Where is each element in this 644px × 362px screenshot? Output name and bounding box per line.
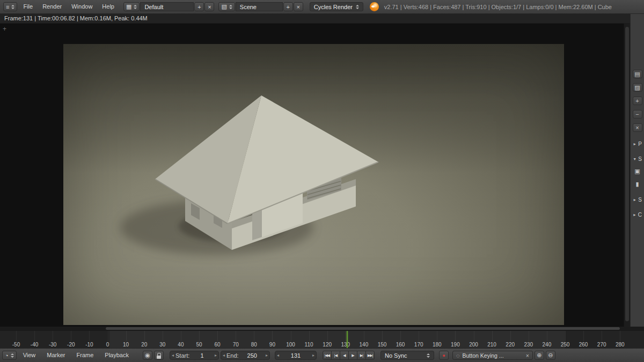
timeline-gridline bbox=[34, 331, 35, 341]
menu-file[interactable]: File bbox=[18, 0, 38, 13]
lock-icon bbox=[156, 352, 162, 359]
timeline-tick-label: -30 bbox=[49, 342, 56, 348]
timeline-gridline bbox=[419, 331, 419, 341]
stats-text: v2.71 | Verts:468 | Faces:487 | Tris:910… bbox=[384, 4, 612, 10]
timeline-gridline bbox=[510, 331, 511, 341]
keying-set-select[interactable]: ◌ Button Keying ... × bbox=[452, 351, 533, 360]
menu-view[interactable]: View bbox=[18, 349, 41, 362]
decrement-arrow-icon[interactable]: ◂ bbox=[223, 353, 225, 358]
jump-to-start-button[interactable]: |◀◀ bbox=[323, 351, 332, 360]
timeline-gridline bbox=[382, 331, 383, 341]
play-button[interactable]: ▶ bbox=[348, 351, 357, 360]
editor-type-button[interactable]: ≡ bbox=[3, 2, 17, 11]
timeline-gridline bbox=[327, 331, 328, 341]
info-editor-icon: ≡ bbox=[6, 4, 9, 10]
auto-keyframe-toggle[interactable]: ● bbox=[439, 351, 449, 360]
menu-window[interactable]: Window bbox=[67, 0, 97, 13]
unlink-icon[interactable]: × bbox=[633, 123, 642, 132]
zoom-in-icon[interactable]: + bbox=[633, 97, 642, 105]
menu-help[interactable]: Help bbox=[97, 0, 119, 13]
timeline-canvas[interactable]: -50-40-30-20-100102030405060708090100110… bbox=[0, 330, 644, 348]
layout-name-field[interactable]: Default bbox=[140, 2, 194, 11]
timeline-tick-label: 130 bbox=[341, 342, 350, 348]
scene-browse-button[interactable]: ▧ bbox=[218, 2, 235, 11]
stepper-arrows-icon bbox=[134, 5, 137, 9]
stepper-arrows-icon bbox=[11, 5, 14, 9]
render-engine-select[interactable]: Cycles Render bbox=[310, 2, 363, 11]
timeline-tick-label: 270 bbox=[597, 342, 606, 348]
playback-controls: |◀◀ |◀ ◀ ▶ ▶| ▶▶| bbox=[323, 351, 375, 360]
timeline-gridline bbox=[602, 331, 602, 341]
timeline-gridline bbox=[53, 331, 53, 341]
delete-keyframe-button[interactable]: ⊖ bbox=[546, 351, 555, 360]
menu-marker[interactable]: Marker bbox=[42, 349, 70, 362]
panel-header-p[interactable]: ►P bbox=[633, 141, 642, 147]
timeline-gridline bbox=[217, 331, 218, 341]
menu-playback[interactable]: Playback bbox=[100, 349, 134, 362]
layout-browse-button[interactable]: ▦ bbox=[123, 2, 140, 11]
timeline-gridline bbox=[437, 331, 437, 341]
decrement-arrow-icon[interactable]: ◂ bbox=[277, 353, 279, 358]
jump-to-end-button[interactable]: ▶▶| bbox=[365, 351, 375, 360]
timeline-tick-label: 40 bbox=[178, 342, 184, 348]
stepper-arrows-icon bbox=[427, 353, 430, 358]
play-reverse-button[interactable]: ◀ bbox=[340, 351, 349, 360]
tool-icon[interactable]: ▨ bbox=[633, 83, 642, 92]
region-corner-icon[interactable]: + bbox=[3, 25, 6, 33]
close-layout-button[interactable]: × bbox=[204, 2, 214, 11]
current-frame-field[interactable]: ◂ 131 ▸ bbox=[275, 351, 317, 360]
scene-name-field[interactable]: Scene bbox=[236, 2, 283, 11]
menu-frame[interactable]: Frame bbox=[72, 349, 99, 362]
add-scene-button[interactable]: + bbox=[283, 2, 293, 11]
timeline-tick-label: 230 bbox=[524, 342, 533, 348]
timeline-tick-label: 0 bbox=[106, 342, 109, 348]
decrement-arrow-icon[interactable]: ◂ bbox=[172, 353, 174, 358]
timeline-tick-label: 160 bbox=[396, 342, 405, 348]
clipboard-icon[interactable]: ▣ bbox=[634, 168, 640, 175]
increment-arrow-icon[interactable]: ▸ bbox=[266, 353, 268, 358]
cylinder-icon[interactable]: ▮ bbox=[635, 181, 639, 188]
timeline-gridline bbox=[364, 331, 364, 341]
editor-type-button[interactable]: ◔ bbox=[2, 351, 17, 360]
timeline-scrollbar[interactable] bbox=[0, 327, 644, 330]
next-keyframe-button[interactable]: ▶| bbox=[357, 351, 366, 360]
timeline-editor: -50-40-30-20-100102030405060708090100110… bbox=[0, 327, 644, 348]
increment-arrow-icon[interactable]: ▸ bbox=[312, 353, 314, 358]
panel-label: S bbox=[638, 197, 642, 203]
timeline-tick-label: 220 bbox=[506, 342, 515, 348]
start-frame-field[interactable]: ◂ Start: 1 ▸ bbox=[170, 351, 219, 360]
increment-arrow-icon[interactable]: ▸ bbox=[215, 353, 217, 358]
sync-mode-select[interactable]: No Sync bbox=[380, 351, 434, 360]
render-viewport[interactable]: + bbox=[0, 24, 624, 327]
zoom-out-icon[interactable]: − bbox=[633, 110, 642, 119]
current-frame-indicator[interactable] bbox=[347, 331, 348, 348]
vertical-scrollbar[interactable] bbox=[624, 24, 630, 327]
lock-time-toggle[interactable] bbox=[154, 351, 164, 360]
timeline-header: ◔ View Marker Frame Playback ◉ ◂ Start: … bbox=[0, 348, 644, 362]
timeline-gridline bbox=[108, 331, 108, 341]
add-layout-button[interactable]: + bbox=[194, 2, 204, 11]
preview-range-toggle[interactable]: ◉ bbox=[143, 351, 152, 360]
timeline-tick-label: 60 bbox=[215, 342, 221, 348]
panel-header-s[interactable]: ►S bbox=[633, 197, 642, 203]
prev-keyframe-button[interactable]: |◀ bbox=[331, 351, 340, 360]
timeline-tick-label: 50 bbox=[196, 342, 202, 348]
panel-label: S bbox=[638, 156, 642, 162]
panel-label: P bbox=[638, 141, 642, 147]
screen-layout-icon: ▦ bbox=[126, 3, 131, 10]
properties-editor-icon[interactable]: ▤ bbox=[633, 70, 642, 78]
timeline-scrollbar-handle[interactable] bbox=[106, 327, 620, 330]
timeline-gridline bbox=[71, 331, 71, 341]
timeline-gridline bbox=[547, 331, 547, 341]
panel-header-s[interactable]: ▼S bbox=[633, 156, 642, 162]
delete-scene-button[interactable]: × bbox=[294, 2, 303, 11]
clear-keying-set-icon[interactable]: × bbox=[526, 352, 529, 359]
timeline-gridline bbox=[181, 331, 181, 341]
menu-render[interactable]: Render bbox=[38, 0, 67, 13]
panel-header-c[interactable]: ►C bbox=[633, 212, 642, 218]
timeline-tick-label: 170 bbox=[414, 342, 423, 348]
end-frame-field[interactable]: ◂ End: 250 ▸ bbox=[221, 351, 270, 360]
insert-keyframe-button[interactable]: ⊕ bbox=[535, 351, 544, 360]
image-editor: Frame:131 | Time:00:06.82 | Mem:0.16M, P… bbox=[0, 14, 630, 327]
scrollbar-handle[interactable] bbox=[625, 27, 629, 321]
